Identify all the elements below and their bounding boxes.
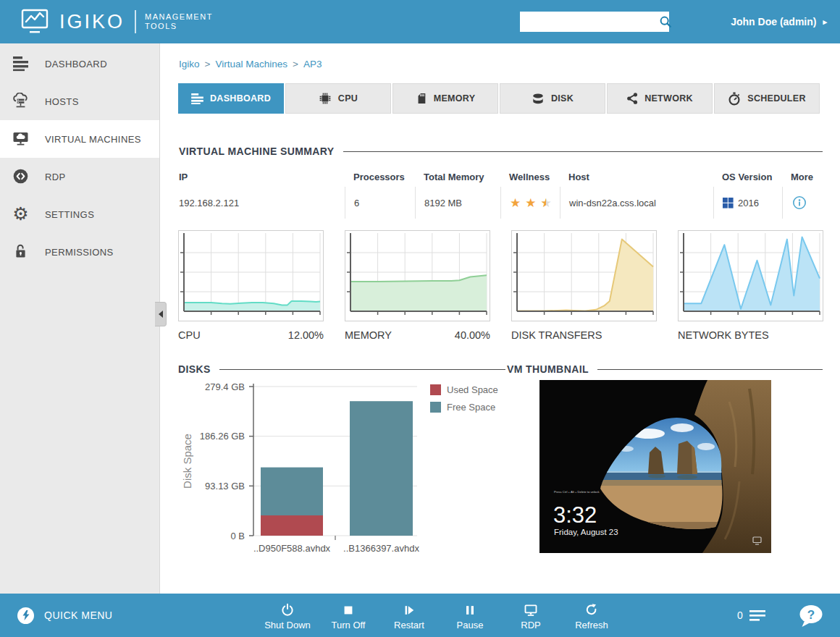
tab-label: SCHEDULER (747, 93, 805, 104)
info-icon[interactable] (791, 195, 807, 211)
disk-transfers-area-chart (511, 230, 657, 321)
logo-subtitle: MANAGEMENT TOOLS (145, 12, 213, 31)
main-content: Igiko > Virtual Machines > AP3 DASHBOARD (161, 43, 840, 594)
vm-more-cell (782, 187, 823, 219)
tab-scheduler[interactable]: SCHEDULER (714, 83, 820, 114)
lock-screen-hint: Press Ctrl + Alt + Delete to unlock (554, 490, 600, 494)
refresh-button[interactable]: Refresh (561, 603, 622, 630)
svg-text:?: ? (807, 608, 815, 622)
quick-menu-bar: QUICK MENU Shut Down Turn Off (0, 594, 840, 637)
tab-network[interactable]: NETWORK (607, 83, 713, 114)
log-lines-icon (749, 608, 766, 623)
svg-text:0 B: 0 B (230, 531, 245, 541)
legend-swatch (430, 402, 441, 413)
breadcrumb-separator: > (205, 59, 211, 69)
logo-text: IGIKO (59, 11, 125, 33)
vm-thumbnail-section: VM THUMBNAIL (507, 363, 823, 553)
vm-summary-table: IP Processors Total Memory Wellness Host… (179, 166, 823, 219)
stop-square-icon (341, 603, 356, 617)
help-button[interactable]: ? (798, 604, 826, 631)
tab-disk[interactable]: DISK (500, 83, 605, 114)
windows-logo-icon (723, 198, 734, 208)
action-label: Restart (394, 620, 424, 630)
sidebar-item-settings[interactable]: ⚙ SETTINGS (0, 195, 159, 233)
svg-text:93.13 GB: 93.13 GB (205, 481, 245, 492)
monitor-chart-logo-icon (20, 7, 51, 36)
col-header-more: More (782, 166, 823, 187)
cpu-mini-chart: CPU 12.00% (178, 230, 324, 341)
sidebar-item-rdp[interactable]: RDP (0, 158, 159, 195)
tab-label: NETWORK (644, 93, 693, 104)
notification-log-toggle[interactable]: 0 (737, 594, 766, 637)
rdp-button[interactable]: RDP (500, 603, 561, 630)
tab-label: DISK (551, 93, 574, 104)
open-lock-icon (12, 243, 29, 260)
sidebar-item-permissions[interactable]: PERMISSIONS (0, 233, 159, 271)
shut-down-button[interactable]: Shut Down (257, 603, 318, 630)
breadcrumb-current-ap3[interactable]: AP3 (303, 59, 322, 69)
vm-processors-value: 6 (345, 187, 415, 219)
app-window: IGIKO MANAGEMENT TOOLS John Doe (admin) … (0, 0, 840, 637)
sidebar-item-hosts[interactable]: HOSTS (0, 83, 159, 120)
action-label: Pause (457, 620, 484, 630)
summary-section-header: VIRTUAL MACHINE SUMMARY (179, 145, 823, 157)
memory-mini-chart: MEMORY 40.00% (345, 230, 490, 341)
vm-thumbnail-screen[interactable]: Press Ctrl + Alt + Delete to unlock 3:32… (539, 380, 771, 553)
section-title: DISKS (178, 363, 211, 375)
menu-lines-icon (191, 93, 203, 104)
sidebar-item-dashboard[interactable]: DASHBOARD (0, 45, 159, 83)
logo-subtitle-line1: MANAGEMENT (145, 12, 213, 21)
search-icon[interactable] (659, 13, 672, 30)
half-star-icon: ★★ (541, 197, 552, 209)
stopwatch-icon (728, 92, 741, 106)
restart-button[interactable]: Restart (379, 603, 440, 630)
chart-title: CPU (178, 329, 201, 341)
rdp-monitor-icon (524, 603, 538, 617)
sidebar-item-label: VIRTUAL MACHINES (45, 120, 141, 158)
sidebar-collapse-handle[interactable] (155, 302, 167, 326)
turn-off-button[interactable]: Turn Off (318, 603, 379, 630)
section-rule (343, 151, 823, 152)
lightning-icon (17, 607, 34, 624)
breadcrumb-separator: > (293, 59, 298, 69)
quick-menu-label: QUICK MENU (44, 609, 112, 621)
sidebar-item-label: RDP (45, 158, 66, 195)
tab-label: MEMORY (434, 93, 476, 104)
user-menu[interactable]: John Doe (admin) ▸ (731, 0, 827, 43)
breadcrumb-link-igiko[interactable]: Igiko (179, 59, 200, 69)
action-label: RDP (521, 620, 540, 630)
tab-bar: DASHBOARD CPU MEMORY (178, 83, 820, 114)
sidebar-item-label: SETTINGS (45, 195, 94, 233)
help-bubble-icon: ? (798, 604, 826, 628)
free-space-bar (261, 468, 323, 515)
svg-text:186.26 GB: 186.26 GB (200, 431, 245, 442)
breadcrumb: Igiko > Virtual Machines > AP3 (179, 59, 322, 69)
quick-menu-toggle[interactable]: QUICK MENU (17, 594, 112, 637)
app-logo: IGIKO MANAGEMENT TOOLS (20, 7, 213, 36)
search-input[interactable] (520, 12, 659, 32)
vm-action-buttons: Shut Down Turn Off Restart Pause (257, 603, 622, 630)
tab-cpu[interactable]: CPU (285, 83, 391, 114)
restart-play-icon (402, 603, 416, 617)
gear-icon: ⚙ (12, 206, 29, 222)
svg-text:..D950F588.avhdx: ..D950F588.avhdx (253, 543, 331, 554)
chevron-right-icon: ▸ (823, 17, 827, 27)
chart-value: 12.00% (288, 329, 324, 341)
pause-button[interactable]: Pause (440, 603, 500, 630)
os-version-text: 2016 (738, 198, 759, 208)
vm-monitor-cloud-icon (12, 130, 29, 147)
tab-memory[interactable]: MEMORY (392, 83, 498, 114)
tab-label: CPU (338, 93, 358, 104)
breadcrumb-link-virtual-machines[interactable]: Virtual Machines (215, 59, 287, 69)
sidebar-item-virtual-machines[interactable]: VIRTUAL MACHINES (0, 120, 159, 158)
network-bytes-area-chart (678, 230, 823, 321)
vm-wellness-rating: ★★★★ (500, 187, 560, 219)
collapse-left-icon (159, 311, 163, 318)
disk-transfers-mini-chart: DISK TRANSFERS (511, 230, 657, 341)
vm-os-version-value: 2016 (713, 187, 782, 219)
tab-dashboard[interactable]: DASHBOARD (178, 83, 284, 114)
chart-title: NETWORK BYTES (678, 329, 769, 341)
disks-section-header: DISKS (178, 363, 505, 375)
disks-section: DISKS Disk Space279.4 GB186.26 GB93.13 G… (178, 363, 505, 562)
col-header-ip: IP (179, 166, 345, 187)
